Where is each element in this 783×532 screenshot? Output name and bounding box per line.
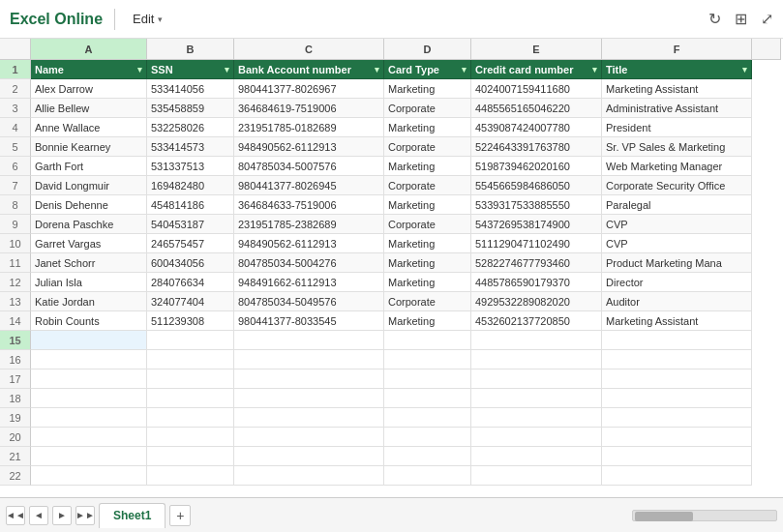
empty-cell-16[interactable]: [471, 350, 602, 369]
empty-cell-17[interactable]: [147, 369, 234, 389]
cell-5-D[interactable]: Corporate: [384, 137, 471, 157]
cell-2-C[interactable]: 980441377-8026967: [234, 79, 384, 99]
cell-14-D[interactable]: Marketing: [384, 311, 471, 331]
empty-cell-16[interactable]: [234, 350, 384, 369]
empty-cell-20[interactable]: [147, 428, 234, 447]
cell-14-A[interactable]: Robin Counts: [31, 311, 147, 331]
cell-14-C[interactable]: 980441377-8033545: [234, 311, 384, 331]
nav-first-btn[interactable]: ◄◄: [6, 506, 25, 525]
cell-13-B[interactable]: 324077404: [147, 292, 234, 311]
empty-cell-18[interactable]: [384, 389, 471, 408]
cell-12-F[interactable]: Director: [602, 273, 752, 292]
cell-3-E[interactable]: 4485565165046220: [471, 99, 602, 118]
edit-menu[interactable]: Edit ▾: [127, 8, 168, 30]
cell-12-C[interactable]: 948491662-6112913: [234, 273, 384, 292]
cell-13-F[interactable]: Auditor: [602, 292, 752, 311]
cell-7-E[interactable]: 5545665984686050: [471, 176, 602, 195]
empty-cell-16[interactable]: [147, 350, 234, 369]
cell-4-B[interactable]: 532258026: [147, 118, 234, 137]
sheet-tab-sheet1[interactable]: Sheet1: [99, 503, 166, 528]
cell-9-D[interactable]: Corporate: [384, 215, 471, 234]
cell-2-A[interactable]: Alex Darrow: [31, 79, 147, 99]
cell-12-E[interactable]: 4485786590179370: [471, 273, 602, 292]
cell-4-C[interactable]: 231951785-0182689: [234, 118, 384, 137]
empty-cell-17[interactable]: [471, 369, 602, 389]
cell-4-D[interactable]: Marketing: [384, 118, 471, 137]
cell-11-E[interactable]: 5282274677793460: [471, 253, 602, 273]
cell-9-E[interactable]: 5437269538174900: [471, 215, 602, 234]
filter-icon-cardtype[interactable]: ▾: [462, 65, 467, 74]
cell-7-C[interactable]: 980441377-8026945: [234, 176, 384, 195]
filter-icon-title[interactable]: ▾: [742, 65, 747, 74]
empty-cell-15[interactable]: [147, 331, 234, 350]
empty-cell-21[interactable]: [602, 447, 752, 466]
cell-5-C[interactable]: 948490562-6112913: [234, 137, 384, 157]
cell-6-C[interactable]: 804785034-5007576: [234, 157, 384, 176]
empty-cell-22[interactable]: [31, 466, 147, 486]
empty-cell-18[interactable]: [602, 389, 752, 408]
cell-3-D[interactable]: Corporate: [384, 99, 471, 118]
empty-cell-21[interactable]: [31, 447, 147, 466]
empty-cell-19[interactable]: [31, 408, 147, 428]
cell-13-D[interactable]: Corporate: [384, 292, 471, 311]
grid-icon[interactable]: ⊞: [735, 10, 747, 28]
cell-8-A[interactable]: Denis Dehenne: [31, 195, 147, 215]
empty-cell-21[interactable]: [471, 447, 602, 466]
cell-5-A[interactable]: Bonnie Kearney: [31, 137, 147, 157]
cell-8-F[interactable]: Paralegal: [602, 195, 752, 215]
empty-cell-20[interactable]: [234, 428, 384, 447]
nav-last-btn[interactable]: ►►: [75, 506, 95, 525]
cell-4-F[interactable]: President: [602, 118, 752, 137]
cell-3-C[interactable]: 364684619-7519006: [234, 99, 384, 118]
header-cell-title[interactable]: Title ▾: [602, 60, 752, 79]
col-header-d[interactable]: D: [384, 39, 471, 60]
col-header-e[interactable]: E: [471, 39, 602, 60]
empty-cell-17[interactable]: [234, 369, 384, 389]
empty-cell-22[interactable]: [147, 466, 234, 486]
empty-cell-19[interactable]: [147, 408, 234, 428]
cell-9-F[interactable]: CVP: [602, 215, 752, 234]
cell-7-B[interactable]: 169482480: [147, 176, 234, 195]
header-cell-cardtype[interactable]: Card Type ▾: [384, 60, 471, 79]
cell-7-D[interactable]: Corporate: [384, 176, 471, 195]
expand-icon[interactable]: ⤢: [761, 10, 773, 28]
empty-cell-22[interactable]: [471, 466, 602, 486]
empty-cell-21[interactable]: [234, 447, 384, 466]
cell-4-E[interactable]: 4539087424007780: [471, 118, 602, 137]
cell-11-D[interactable]: Marketing: [384, 253, 471, 273]
filter-icon-ccnum[interactable]: ▾: [592, 65, 597, 74]
empty-cell-22[interactable]: [602, 466, 752, 486]
scroll-thumb[interactable]: [635, 512, 693, 521]
empty-cell-19[interactable]: [384, 408, 471, 428]
empty-cell-17[interactable]: [31, 369, 147, 389]
col-header-f[interactable]: F: [602, 39, 752, 60]
cell-11-F[interactable]: Product Marketing Mana: [602, 253, 752, 273]
empty-cell-22[interactable]: [384, 466, 471, 486]
cell-5-F[interactable]: Sr. VP Sales & Marketing: [602, 137, 752, 157]
empty-cell-15[interactable]: [471, 331, 602, 350]
header-cell-ccnum[interactable]: Credit card number ▾: [471, 60, 602, 79]
add-sheet-btn[interactable]: +: [169, 505, 191, 526]
col-header-c[interactable]: C: [234, 39, 384, 60]
col-header-b[interactable]: B: [147, 39, 234, 60]
cell-10-B[interactable]: 246575457: [147, 234, 234, 253]
cell-6-E[interactable]: 5198739462020160: [471, 157, 602, 176]
header-cell-bank[interactable]: Bank Account number ▾: [234, 60, 384, 79]
horizontal-scrollbar[interactable]: [632, 510, 777, 521]
cell-6-F[interactable]: Web Marketing Manager: [602, 157, 752, 176]
cell-10-A[interactable]: Garret Vargas: [31, 234, 147, 253]
cell-9-A[interactable]: Dorena Paschke: [31, 215, 147, 234]
cell-13-C[interactable]: 804785034-5049576: [234, 292, 384, 311]
cell-12-A[interactable]: Julian Isla: [31, 273, 147, 292]
cell-9-C[interactable]: 231951785-2382689: [234, 215, 384, 234]
cell-12-D[interactable]: Marketing: [384, 273, 471, 292]
empty-cell-18[interactable]: [147, 389, 234, 408]
cell-14-E[interactable]: 4532602137720850: [471, 311, 602, 331]
empty-cell-21[interactable]: [147, 447, 234, 466]
nav-prev-btn[interactable]: ◄: [29, 506, 48, 525]
cell-7-F[interactable]: Corporate Security Office: [602, 176, 752, 195]
cell-14-F[interactable]: Marketing Assistant: [602, 311, 752, 331]
empty-cell-19[interactable]: [471, 408, 602, 428]
empty-cell-16[interactable]: [384, 350, 471, 369]
cell-13-A[interactable]: Katie Jordan: [31, 292, 147, 311]
